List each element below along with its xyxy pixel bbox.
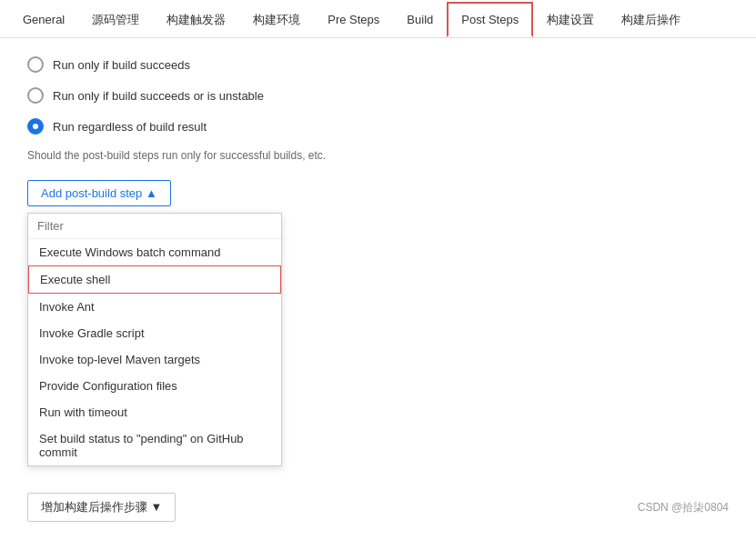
dropdown-item-provide-config[interactable]: Provide Configuration files <box>28 373 281 399</box>
add-post-build-step-button[interactable]: Add post-build step ▲ <box>27 180 171 206</box>
dropdown-item-set-build-status[interactable]: Set build status to "pending" on GitHub … <box>28 425 281 465</box>
tab-source-mgmt[interactable]: 源码管理 <box>78 2 153 37</box>
tab-pre-steps[interactable]: Pre Steps <box>314 3 393 35</box>
radio-option-run-if-success-or-unstable[interactable]: Run only if build succeeds or is unstabl… <box>27 87 729 104</box>
filter-input[interactable] <box>28 214 281 239</box>
tab-build-settings[interactable]: 构建设置 <box>533 2 608 37</box>
radio-circle-run-if-success <box>27 56 44 73</box>
radio-label-run-regardless: Run regardless of build result <box>53 120 207 134</box>
tab-build-env[interactable]: 构建环境 <box>239 2 314 37</box>
description-text: Should the post-build steps run only for… <box>27 149 729 162</box>
radio-option-run-if-success[interactable]: Run only if build succeeds <box>27 56 729 73</box>
tab-general[interactable]: General <box>9 3 78 35</box>
radio-circle-run-if-success-or-unstable <box>27 87 44 104</box>
main-content: Run only if build succeedsRun only if bu… <box>0 38 756 228</box>
dropdown-item-invoke-maven[interactable]: Invoke top-level Maven targets <box>28 346 281 373</box>
tab-build[interactable]: Build <box>393 3 447 35</box>
tab-bar: General源码管理构建触发器构建环境Pre StepsBuildPost S… <box>0 0 756 38</box>
dropdown-menu: Execute Windows batch commandExecute she… <box>27 213 282 466</box>
dropdown-item-execute-shell[interactable]: Execute shell <box>28 265 281 294</box>
dropdown-item-execute-windows-batch[interactable]: Execute Windows batch command <box>28 239 281 265</box>
tab-post-steps[interactable]: Post Steps <box>447 2 533 37</box>
radio-label-run-if-success: Run only if build succeeds <box>53 58 190 72</box>
dropdown-item-run-with-timeout[interactable]: Run with timeout <box>28 399 281 425</box>
bottom-bar: 增加构建后操作步骤 ▼ CSDN @拾柒0804 <box>27 493 729 522</box>
dropdown-items-list: Execute Windows batch commandExecute she… <box>28 239 281 465</box>
radio-circle-run-regardless <box>27 118 44 135</box>
dropdown-container: Add post-build step ▲ Execute Windows ba… <box>27 180 171 210</box>
tab-post-build-ops[interactable]: 构建后操作 <box>608 2 694 37</box>
dropdown-item-invoke-gradle[interactable]: Invoke Gradle script <box>28 320 281 346</box>
radio-group: Run only if build succeedsRun only if bu… <box>27 56 729 135</box>
add-post-ops-button[interactable]: 增加构建后操作步骤 ▼ <box>27 493 176 522</box>
dropdown-item-invoke-ant[interactable]: Invoke Ant <box>28 294 281 320</box>
radio-label-run-if-success-or-unstable: Run only if build succeeds or is unstabl… <box>53 89 264 103</box>
watermark-text: CSDN @拾柒0804 <box>638 500 729 515</box>
tab-build-trigger[interactable]: 构建触发器 <box>153 2 239 37</box>
radio-option-run-regardless[interactable]: Run regardless of build result <box>27 118 729 135</box>
